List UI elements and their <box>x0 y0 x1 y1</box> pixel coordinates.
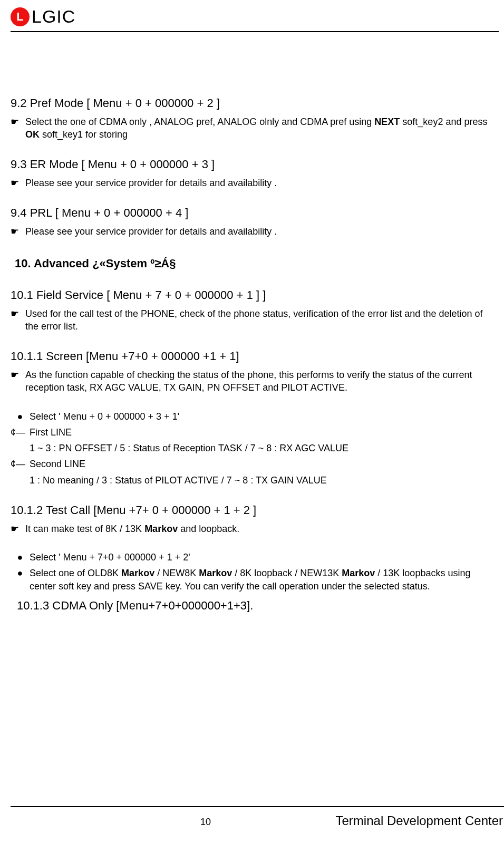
hand-bullet-icon: ☛ <box>11 369 25 381</box>
line2-label: Second LINE <box>30 458 493 470</box>
section-10-1-1-title: 10.1.1 Screen [Menu +7+0 + 000000 +1 + 1… <box>11 348 493 364</box>
spacer <box>11 398 493 407</box>
section-9-2-title: 9.2 Pref Mode [ Menu + 0 + 000000 + 2 ] <box>11 95 493 111</box>
section-10-1-1-line2-label: ¢— Second LINE <box>11 458 493 470</box>
disc-bullet-icon: ● <box>11 551 30 564</box>
document-body: 9.2 Pref Mode [ Menu + 0 + 000000 + 2 ] … <box>11 32 499 614</box>
text: It can make test of 8K / 13K <box>25 524 144 534</box>
footer-center-text: Terminal Development Center <box>336 813 503 828</box>
section-10-1-1-text: As the function capable of checking the … <box>25 369 493 394</box>
bullet-text: Select one of OLD8K Markov / NEW8K Marko… <box>30 567 493 593</box>
text: and loopback. <box>178 524 239 534</box>
brace-bullet-icon: ¢— <box>11 458 30 470</box>
hand-bullet-icon: ☛ <box>11 225 25 238</box>
brace-bullet-icon: ¢— <box>11 426 30 439</box>
section-9-4-text: Please see your service provider for det… <box>25 225 493 238</box>
disc-bullet-icon: ● <box>11 410 30 423</box>
section-10-1-title: 10.1 Field Service [ Menu + 7 + 0 + 0000… <box>11 287 493 303</box>
text: soft_key2 and press <box>400 117 487 127</box>
bold-markov: Markov <box>144 524 178 534</box>
section-10-1-1-bullet1: ● Select ' Menu + 0 + 000000 + 3 + 1' <box>11 410 493 423</box>
hand-bullet-icon: ☛ <box>11 177 25 189</box>
section-10-1-1-item: ☛ As the function capable of checking th… <box>11 369 493 394</box>
section-10-1-2-title: 10.1.2 Test Call [Menu +7+ 0 + 000000 + … <box>11 502 493 518</box>
spacer <box>11 538 493 548</box>
line1-label: First LINE <box>30 426 493 439</box>
line1-body: 1 ~ 3 : PN OFFSET / 5 : Status of Recept… <box>30 442 493 454</box>
bold-ok: OK <box>25 129 40 140</box>
section-10-1-2-item: ☛ It can make test of 8K / 13K Markov an… <box>11 522 493 535</box>
bold-markov: Markov <box>342 568 375 578</box>
bold-markov: Markov <box>121 568 154 578</box>
section-9-3-item: ☛ Please see your service provider for d… <box>11 177 493 189</box>
section-10-1-1-line1-label: ¢— First LINE <box>11 426 493 439</box>
document-footer: 10 Terminal Development Center <box>11 806 504 828</box>
section-10-1-text: Used for the call test of the PHONE, che… <box>25 307 493 333</box>
section-10-1-item: ☛ Used for the call test of the PHONE, c… <box>11 307 493 333</box>
footer-line: 10 Terminal Development Center <box>11 813 504 828</box>
text: / 8K loopback / NEW13K <box>232 568 342 578</box>
text: Select one of OLD8K <box>30 568 121 578</box>
page: L LGIC 9.2 Pref Mode [ Menu + 0 + 000000… <box>0 0 504 843</box>
bold-markov: Markov <box>199 568 232 578</box>
lg-logo-icon: L <box>11 7 30 26</box>
hand-bullet-icon: ☛ <box>11 522 25 535</box>
hand-bullet-icon: ☛ <box>11 115 25 128</box>
section-10-heading: 10. Advanced ¿«System º≥Á§ <box>15 256 493 272</box>
page-number: 10 <box>200 817 211 828</box>
section-9-3-title: 9.3 ER Mode [ Menu + 0 + 000000 + 3 ] <box>11 157 493 172</box>
section-9-4-item: ☛ Please see your service provider for d… <box>11 225 493 238</box>
text: soft_key1 for storing <box>40 129 128 140</box>
section-10-1-2-bullet2: ● Select one of OLD8K Markov / NEW8K Mar… <box>11 567 493 593</box>
disc-bullet-icon: ● <box>11 567 30 579</box>
hand-bullet-icon: ☛ <box>11 307 25 320</box>
section-9-3-text: Please see your service provider for det… <box>25 177 493 189</box>
bold-next: NEXT <box>374 117 400 127</box>
bullet-text: Select ' Menu + 7+0 + 000000 + 1 + 2' <box>30 551 493 564</box>
section-10-1-3-title: 10.1.3 CDMA Only [Menu+7+0+000000+1+3]. <box>17 598 493 614</box>
section-9-2-item: ☛ Select the one of CDMA only , ANALOG p… <box>11 115 493 141</box>
document-header: L LGIC <box>11 6 499 27</box>
section-10-1-2-text: It can make test of 8K / 13K Markov and … <box>25 522 493 535</box>
section-9-4-title: 9.4 PRL [ Menu + 0 + 000000 + 4 ] <box>11 205 493 221</box>
text: / NEW8K <box>154 568 199 578</box>
line2-body: 1 : No meaning / 3 : Status of PILOT ACT… <box>30 474 493 487</box>
section-10-1-2-bullet1: ● Select ' Menu + 7+0 + 000000 + 1 + 2' <box>11 551 493 564</box>
brand-text: LGIC <box>32 6 75 27</box>
text: Select the one of CDMA only , ANALOG pre… <box>25 117 374 127</box>
section-9-2-text: Select the one of CDMA only , ANALOG pre… <box>25 115 493 141</box>
footer-divider <box>11 806 504 807</box>
bullet-text: Select ' Menu + 0 + 000000 + 3 + 1' <box>30 410 493 423</box>
